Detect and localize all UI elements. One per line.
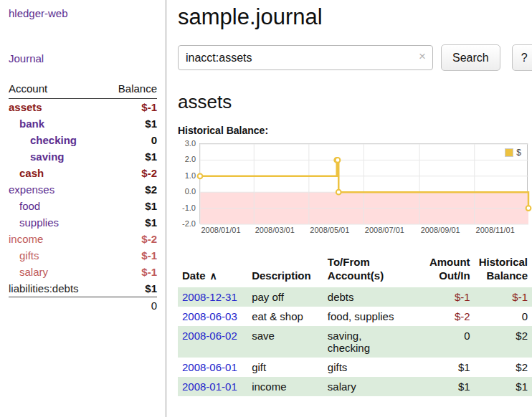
transaction-description: pay off bbox=[247, 287, 323, 307]
account-balance: $1 bbox=[104, 280, 157, 297]
account-balance: 0 bbox=[104, 132, 157, 148]
transaction-description: eat & shop bbox=[247, 307, 323, 326]
historical-balance-chart: 3.02.01.00.0-1.0-2.0 $ 2008/01/012008/03… bbox=[178, 143, 532, 237]
search-box: × bbox=[178, 45, 433, 70]
transaction-accounts[interactable]: debts bbox=[323, 287, 423, 307]
accounts-header-balance: Balance bbox=[104, 80, 157, 99]
register-header-date[interactable]: Date∧ bbox=[178, 254, 247, 287]
register-row: 2008-01-01incomesalary$1$1 bbox=[178, 377, 532, 396]
transaction-accounts[interactable]: food, supplies bbox=[323, 307, 423, 326]
chart-y-axis: 3.02.01.00.0-1.0-2.0 bbox=[178, 143, 199, 224]
account-link[interactable]: checking bbox=[30, 134, 77, 146]
account-row: cash$-2 bbox=[9, 165, 157, 181]
hledger-web-app: hledger-web Journal Account Balance asse… bbox=[0, 0, 532, 417]
transaction-amount: $-1 bbox=[423, 287, 475, 307]
transaction-description: gift bbox=[247, 358, 323, 377]
account-link[interactable]: cash bbox=[19, 167, 44, 179]
account-link[interactable]: gifts bbox=[19, 249, 39, 262]
account-row: expenses$2 bbox=[9, 181, 157, 198]
transaction-accounts[interactable]: gifts bbox=[323, 358, 423, 377]
transaction-accounts[interactable]: salary bbox=[323, 377, 423, 396]
account-heading: assets bbox=[178, 91, 532, 113]
transaction-date-link[interactable]: 2008-06-01 bbox=[182, 361, 237, 373]
register-table: Date∧ Description To/From Account(s) Amo… bbox=[178, 254, 532, 396]
account-row: income$-2 bbox=[9, 231, 157, 247]
account-link[interactable]: expenses bbox=[9, 183, 54, 196]
transaction-date-link[interactable]: 2008-06-03 bbox=[182, 310, 237, 322]
register-header-amount: Amount Out/In bbox=[423, 254, 475, 287]
page-title: sample.journal bbox=[178, 4, 532, 30]
sidebar: hledger-web Journal Account Balance asse… bbox=[0, 0, 166, 417]
transaction-amount: $-2 bbox=[423, 307, 475, 326]
account-link[interactable]: assets bbox=[9, 101, 42, 113]
y-tick-label: 0.0 bbox=[185, 187, 196, 196]
register-row: 2008-06-03eat & shopfood, supplies$-20 bbox=[178, 307, 532, 326]
transaction-date-link[interactable]: 2008-01-01 bbox=[182, 380, 237, 393]
account-row: liabilities:debts$1 bbox=[9, 280, 157, 297]
accounts-total-row: 0 bbox=[9, 297, 157, 315]
clear-search-icon[interactable]: × bbox=[419, 50, 426, 62]
legend-swatch-icon bbox=[505, 148, 513, 157]
account-link[interactable]: supplies bbox=[19, 216, 59, 229]
y-tick-label: 1.0 bbox=[185, 171, 196, 180]
search-form: × Search ? bbox=[178, 44, 532, 71]
transaction-amount: 0 bbox=[423, 326, 475, 358]
journal-link[interactable]: Journal bbox=[9, 52, 157, 64]
accounts-header-account: Account bbox=[9, 80, 104, 99]
x-tick-label: 2008/11/01 bbox=[476, 226, 515, 234]
register-header-accounts: To/From Account(s) bbox=[323, 254, 423, 287]
account-link[interactable]: bank bbox=[19, 118, 44, 130]
account-row: salary$-1 bbox=[9, 264, 157, 280]
transaction-balance: $2 bbox=[475, 326, 532, 358]
app-title-link[interactable]: hledger-web bbox=[9, 7, 157, 19]
accounts-table: Account Balance assets$-1bank$1checking0… bbox=[9, 80, 157, 314]
chart-legend: $ bbox=[503, 147, 523, 158]
account-link[interactable]: liabilities:debts bbox=[9, 282, 79, 294]
transaction-date-link[interactable]: 2008-06-02 bbox=[182, 330, 237, 342]
main-content: sample.journal × Search ? assets Histori… bbox=[166, 0, 532, 417]
account-row: assets$-1 bbox=[9, 99, 157, 116]
account-balance: $-1 bbox=[104, 99, 157, 116]
y-tick-label: -2.0 bbox=[182, 219, 196, 228]
account-balance: $-1 bbox=[104, 247, 157, 264]
register-header-date-label: Date bbox=[182, 269, 206, 282]
account-link[interactable]: income bbox=[9, 233, 43, 245]
account-row: bank$1 bbox=[9, 115, 157, 132]
search-button[interactable]: Search bbox=[441, 44, 500, 71]
x-tick-label: 2008/03/01 bbox=[255, 226, 295, 234]
x-tick-label: 2008/05/01 bbox=[310, 226, 349, 234]
chart-plot-area: $ bbox=[199, 143, 528, 224]
transaction-date-link[interactable]: 2008-12-31 bbox=[182, 291, 237, 303]
chart-x-axis: 2008/01/012008/03/012008/05/012008/07/01… bbox=[221, 226, 532, 237]
account-link[interactable]: salary bbox=[19, 266, 48, 278]
y-tick-label: -1.0 bbox=[182, 203, 196, 212]
account-link[interactable]: food bbox=[19, 200, 40, 212]
transaction-balance: $2 bbox=[475, 358, 532, 377]
register-row: 2008-06-02savesaving, checking0$2 bbox=[178, 326, 532, 358]
account-balance: $2 bbox=[104, 181, 157, 198]
account-balance: $-2 bbox=[104, 165, 157, 181]
transaction-balance: 0 bbox=[475, 307, 532, 326]
chart-canvas bbox=[200, 144, 528, 224]
register-row: 2008-06-01giftgifts$1$2 bbox=[178, 358, 532, 377]
account-balance: $-2 bbox=[104, 231, 157, 247]
transaction-accounts[interactable]: saving, checking bbox=[323, 326, 423, 358]
account-link[interactable]: saving bbox=[30, 150, 65, 163]
account-row: food$1 bbox=[9, 198, 157, 214]
accounts-header-row: Account Balance bbox=[9, 80, 157, 99]
transaction-amount: $1 bbox=[423, 377, 475, 396]
account-balance: $1 bbox=[104, 115, 157, 132]
x-tick-label: 2008/07/01 bbox=[365, 226, 404, 234]
help-button[interactable]: ? bbox=[512, 44, 532, 71]
chart-plot-area-wrap: $ 2008/01/012008/03/012008/05/012008/07/… bbox=[199, 143, 532, 237]
transaction-description: income bbox=[247, 377, 323, 396]
accounts-total-value: 0 bbox=[104, 297, 157, 315]
account-balance: $-1 bbox=[104, 264, 157, 280]
search-input[interactable] bbox=[178, 45, 433, 70]
account-row: checking0 bbox=[9, 132, 157, 148]
y-tick-label: 2.0 bbox=[185, 155, 196, 163]
account-balance: $1 bbox=[104, 198, 157, 214]
sort-ascending-icon: ∧ bbox=[210, 270, 217, 282]
register-row: 2008-12-31pay offdebts$-1$-1 bbox=[178, 287, 532, 307]
transaction-balance: $1 bbox=[475, 377, 532, 396]
